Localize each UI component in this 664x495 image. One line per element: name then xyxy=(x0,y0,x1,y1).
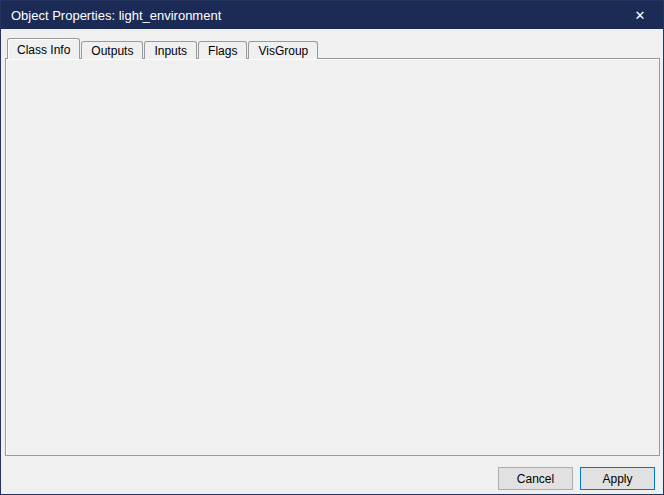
tab-flags[interactable]: Flags xyxy=(198,41,247,59)
tab-inputs[interactable]: Inputs xyxy=(144,41,197,59)
tab-outputs[interactable]: Outputs xyxy=(81,41,143,59)
window-title: Object Properties: light_environment xyxy=(1,8,617,23)
tab-visgroup[interactable]: VisGroup xyxy=(248,41,318,59)
tab-strip: Class InfoOutputsInputsFlagsVisGroup xyxy=(7,38,319,59)
object-properties-dialog: Object Properties: light_environment ✕ C… xyxy=(0,0,664,495)
titlebar: Object Properties: light_environment ✕ xyxy=(1,1,663,29)
cancel-button[interactable]: Cancel xyxy=(498,467,573,490)
class-info-panel xyxy=(5,58,660,456)
close-icon[interactable]: ✕ xyxy=(617,1,663,29)
tab-class-info[interactable]: Class Info xyxy=(7,38,80,59)
apply-button[interactable]: Apply xyxy=(580,467,655,490)
